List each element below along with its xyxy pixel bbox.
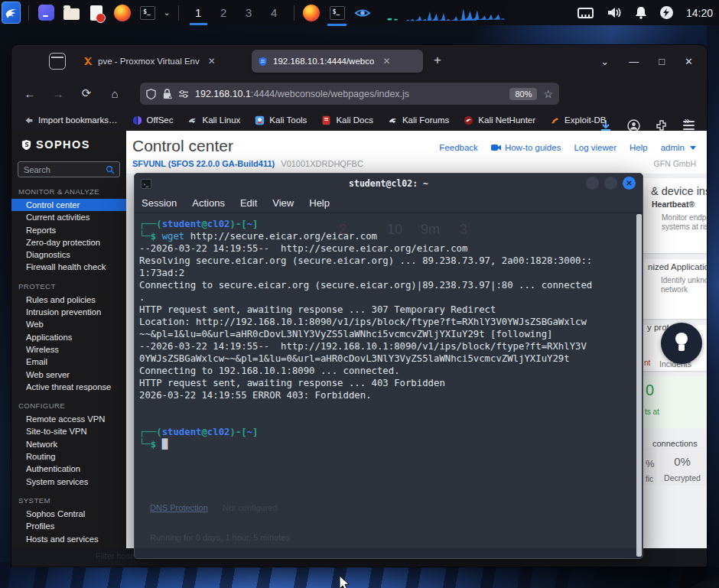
terminal-titlebar[interactable]: ›_ student@cl02: ~ ✕ (135, 174, 643, 193)
search-input[interactable] (18, 165, 106, 174)
window-icon[interactable] (38, 4, 54, 22)
feedback-link[interactable]: Feedback (439, 143, 478, 152)
tab-proxmox[interactable]: pve - Proxmox Virtual Env ✕ (77, 50, 247, 73)
bookmark-kali-docs[interactable]: Kali Docs (321, 115, 373, 125)
workspace-4[interactable]: 4 (264, 0, 285, 25)
sidebar-item-reports[interactable]: Reports (11, 224, 126, 236)
power-icon[interactable] (660, 6, 673, 19)
assistant-lightbulb-button[interactable] (661, 323, 702, 364)
terminal-menu-actions[interactable]: Actions (192, 197, 233, 209)
sidebar-item-zero-day-protection[interactable]: Zero-day protection (11, 236, 126, 249)
sidebar-item-web[interactable]: Web (11, 318, 126, 330)
list-tabs-icon[interactable]: ⌄ (600, 56, 609, 67)
firefox-view-icon[interactable] (49, 53, 66, 70)
terminal-menu-edit[interactable]: Edit (240, 197, 265, 209)
home-button[interactable]: ⌂ (105, 83, 125, 103)
reload-button[interactable]: ⟳ (76, 83, 96, 103)
card-title-fragment: nized Application C (648, 262, 707, 271)
notifications-bell-icon[interactable] (635, 6, 647, 19)
sidebar-item-rules-and-policies[interactable]: Rules and policies (11, 294, 126, 306)
bookmarks-bar: Import bookmarks…OffSecKali LinuxKali To… (11, 109, 707, 131)
sidebar-item-hosts-and-services[interactable]: Hosts and services (11, 533, 126, 545)
terminal-maximize-button[interactable] (604, 177, 617, 190)
tab-close-icon[interactable]: ✕ (208, 56, 216, 67)
workspace-2[interactable]: 2 (213, 0, 234, 25)
firefox-task-icon[interactable] (303, 4, 320, 22)
bookmark-import-bookmarks[interactable]: Import bookmarks… (24, 115, 118, 125)
admin-menu[interactable]: admin (661, 143, 696, 152)
url-text[interactable]: 192.168.10.1:4444/webconsole/webpages/in… (195, 89, 503, 99)
terminal-output[interactable]: 2 10 9m 3 DNS Protection Not configured … (135, 214, 636, 558)
sidebar-item-network[interactable]: Network (11, 438, 126, 450)
terminal-menu-view[interactable]: View (272, 197, 302, 209)
sidebar-item-sophos-central[interactable]: Sophos Central (11, 508, 126, 520)
bookmark-offsec[interactable]: OffSec (132, 115, 174, 125)
volume-icon[interactable] (607, 6, 622, 19)
help-link[interactable]: Help (630, 143, 648, 152)
url-bar[interactable]: 192.168.10.1:4444/webconsole/webpages/in… (140, 83, 559, 105)
sidebar-item-profiles[interactable]: Profiles (11, 520, 126, 532)
zoom-level-badge[interactable]: 80% (509, 88, 537, 100)
sidebar-item-web-server[interactable]: Web server (11, 369, 126, 381)
sophos-header: Control center SFVUNL (SFOS 22.0.0 GA-Bu… (126, 131, 707, 174)
bookmark-kali-forums[interactable]: Kali Forums (388, 115, 449, 125)
terminal-menu-session[interactable]: Session (142, 197, 185, 209)
sidebar-item-firewall-health-check[interactable]: Firewall health check (11, 261, 126, 273)
clock[interactable]: 14:20 (686, 7, 713, 19)
sidebar-item-applications[interactable]: Applications (11, 331, 126, 343)
new-tab-button[interactable]: + (434, 53, 441, 68)
firefox-launcher-icon[interactable] (114, 4, 131, 22)
sidebar-item-active-threat-response[interactable]: Active threat response (11, 381, 126, 393)
shield-icon[interactable] (146, 89, 156, 99)
terminal-launcher-icon[interactable]: $_ (140, 4, 156, 22)
forward-button[interactable]: → (48, 83, 68, 103)
tab-close-icon[interactable]: ✕ (382, 56, 390, 67)
sidebar-item-system-services[interactable]: System services (11, 476, 126, 488)
more-bookmarks-icon[interactable]: » (685, 115, 707, 126)
sidebar-item-site-to-site-vpn[interactable]: Site-to-site VPN (11, 425, 126, 437)
sidebar-item-authentication[interactable]: Authentication (11, 463, 126, 475)
sidebar-item-email[interactable]: Email (11, 356, 126, 368)
document-icon[interactable] (89, 4, 105, 22)
terminal-menu-help[interactable]: Help (309, 197, 338, 209)
terminal-close-button[interactable]: ✕ (623, 177, 636, 190)
minimize-button[interactable]: — (629, 56, 639, 67)
workspace-1[interactable]: 1 (188, 0, 209, 25)
permissions-icon[interactable] (178, 89, 189, 99)
lock-warning-icon[interactable] (162, 89, 172, 99)
decrypted-label: Decrypted (659, 473, 705, 482)
maximize-button[interactable]: □ (659, 56, 665, 67)
sidebar-item-intrusion-prevention[interactable]: Intrusion prevention (11, 306, 126, 318)
kali-menu-icon[interactable] (2, 2, 21, 24)
search-icon[interactable] (106, 165, 115, 174)
sidebar-item-wireless[interactable]: Wireless (11, 343, 126, 356)
workspace-switcher[interactable]: 1234 (188, 0, 285, 25)
bookmark-kali-nethunter[interactable]: Kali NetHunter (464, 115, 535, 125)
chevron-down-icon[interactable]: ⌄ (163, 8, 170, 18)
ethernet-icon[interactable] (577, 7, 594, 19)
workspace-3[interactable]: 3 (239, 0, 259, 25)
close-button[interactable]: ✕ (685, 56, 693, 67)
bookmark-kali-tools[interactable]: Kali Tools (255, 115, 307, 125)
decrypted-percent: 0% (659, 455, 705, 468)
sidebar-item-remote-access-vpn[interactable]: Remote access VPN (11, 413, 126, 425)
bookmark-exploit-db[interactable]: Exploit-DB (550, 115, 606, 125)
terminal-minimize-button[interactable] (586, 177, 599, 190)
back-button[interactable]: ← (20, 83, 40, 103)
files-icon[interactable] (63, 4, 80, 22)
sidebar-item-diagnostics[interactable]: Diagnostics (11, 249, 126, 261)
sidebar-item-routing[interactable]: Routing (11, 450, 126, 463)
bookmark-star-icon[interactable]: ☆ (543, 88, 553, 100)
log-viewer-link[interactable]: Log viewer (574, 143, 617, 152)
terminal-task-icon[interactable]: $_ (329, 4, 345, 22)
tab-sophos[interactable]: 192.168.10.1:4444/webco ✕ (252, 50, 423, 73)
terminal-scrollbar[interactable] (636, 214, 642, 557)
sidebar-search[interactable] (18, 161, 120, 177)
bookmark-kali-linux[interactable]: Kali Linux (187, 115, 240, 125)
howto-guides-link[interactable]: How-to guides (491, 143, 561, 152)
eye-icon[interactable] (354, 4, 371, 22)
sidebar-section-protect: PROTECT (11, 274, 126, 294)
sidebar-item-current-activities[interactable]: Current activities (11, 211, 126, 223)
appliance-link[interactable]: SFVUNL (SFOS 22.0.0 GA-Build411) (132, 159, 275, 168)
sidebar-item-control-center[interactable]: Control center (11, 199, 126, 211)
